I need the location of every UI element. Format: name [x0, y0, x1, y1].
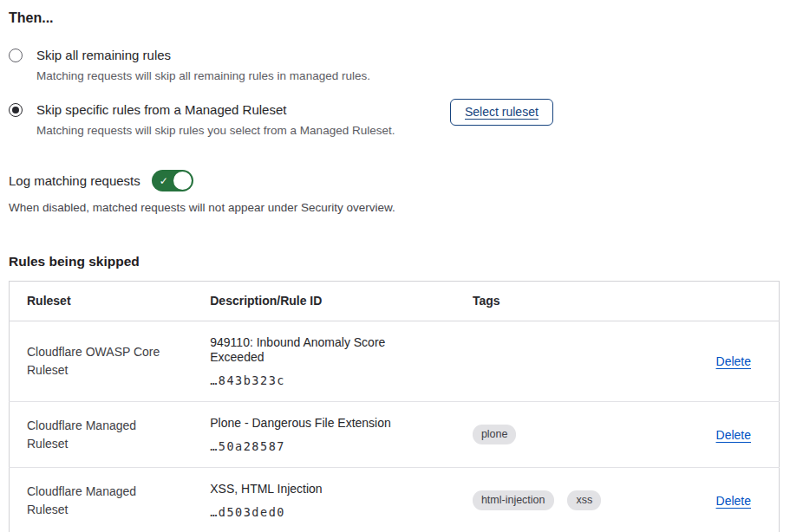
check-icon: ✓: [160, 175, 168, 185]
tags-cell: [455, 321, 660, 402]
rule-id: …843b323c: [210, 373, 438, 387]
description-cell: Plone - Dangerous File Extension …50a285…: [193, 402, 455, 468]
option-description: Matching requests will skip all remainin…: [36, 68, 370, 83]
tag-pill: html-injection: [473, 490, 554, 511]
then-heading: Then...: [9, 10, 781, 26]
ruleset-cell: Cloudflare OWASP Core Ruleset: [10, 321, 193, 402]
ruleset-name: Cloudflare OWASP Core Ruleset: [27, 343, 166, 380]
table-row: Cloudflare OWASP Core Ruleset 949110: In…: [10, 321, 780, 402]
option-skip-all-remaining-rules[interactable]: Skip all remaining rules Matching reques…: [9, 47, 781, 83]
ruleset-cell: Cloudflare Managed Ruleset: [10, 402, 193, 468]
radio-selected-icon[interactable]: [9, 103, 23, 117]
log-matching-requests-row: Log matching requests ✓: [9, 170, 781, 191]
actions-cell: Delete: [660, 402, 780, 468]
tags-cell: plone: [455, 402, 660, 468]
rule-description: 949110: Inbound Anomaly Score Exceeded: [210, 335, 438, 365]
rule-id: …d503ded0: [210, 505, 438, 519]
tag-pill: plone: [473, 425, 517, 445]
actions-cell: Delete: [660, 468, 780, 532]
toggle-knob: [173, 172, 192, 190]
rule-id: …50a28587: [210, 439, 438, 453]
rule-description: Plone - Dangerous File Extension: [210, 416, 438, 431]
log-matching-requests-toggle[interactable]: ✓: [152, 170, 193, 191]
column-header-actions: [660, 282, 780, 321]
select-ruleset-button[interactable]: Select ruleset: [450, 99, 553, 126]
column-header-ruleset: Ruleset: [10, 282, 193, 321]
log-matching-requests-label: Log matching requests: [9, 173, 140, 188]
tag-pill: xss: [567, 490, 601, 511]
delete-link[interactable]: Delete: [716, 354, 751, 368]
option-text: Skip specific rules from a Managed Rules…: [36, 101, 395, 138]
table-row: Cloudflare Managed Ruleset Plone - Dange…: [10, 402, 780, 468]
ruleset-name: Cloudflare Managed Ruleset: [27, 483, 166, 519]
delete-link[interactable]: Delete: [716, 428, 751, 442]
description-cell: 949110: Inbound Anomaly Score Exceeded ……: [193, 321, 455, 402]
rules-being-skipped-table: Ruleset Description/Rule ID Tags Cloudfl…: [9, 281, 780, 532]
delete-link[interactable]: Delete: [716, 494, 751, 508]
actions-cell: Delete: [660, 321, 780, 402]
ruleset-cell: Cloudflare Managed Ruleset: [10, 468, 193, 532]
table-header-row: Ruleset Description/Rule ID Tags: [10, 282, 780, 321]
log-toggle-description: When disabled, matched requests will not…: [9, 201, 781, 214]
ruleset-name: Cloudflare Managed Ruleset: [27, 417, 166, 453]
rule-description: XSS, HTML Injection: [210, 482, 438, 496]
radio-unselected-icon[interactable]: [9, 49, 23, 62]
option-label: Skip all remaining rules: [36, 47, 370, 64]
column-header-tags: Tags: [455, 282, 660, 321]
tags-cell: html-injection xss: [455, 468, 660, 532]
description-cell: XSS, HTML Injection …d503ded0: [193, 468, 455, 532]
option-text: Skip all remaining rules Matching reques…: [36, 47, 370, 83]
option-skip-specific-rules[interactable]: Skip specific rules from a Managed Rules…: [9, 101, 781, 138]
table-row: Cloudflare Managed Ruleset XSS, HTML Inj…: [10, 468, 780, 532]
waf-rule-then-panel: Then... Skip all remaining rules Matchin…: [0, 0, 790, 532]
option-description: Matching requests will skip rules you se…: [36, 123, 395, 138]
column-header-description-rule-id: Description/Rule ID: [193, 282, 455, 321]
option-label: Skip specific rules from a Managed Rules…: [36, 101, 395, 119]
rules-being-skipped-heading: Rules being skipped: [9, 254, 781, 269]
